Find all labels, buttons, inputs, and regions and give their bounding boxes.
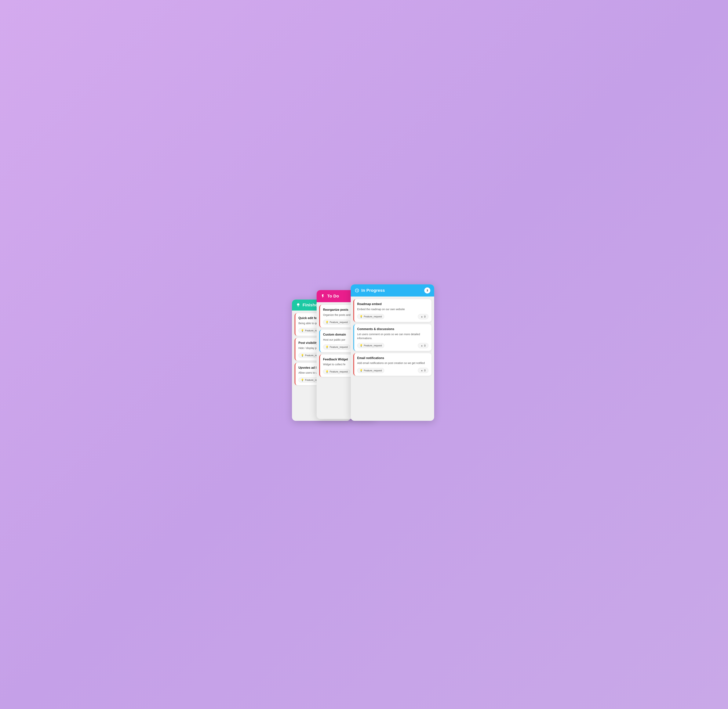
task-comments-footer: 💡 Feature_request ▲ 0: [357, 343, 428, 348]
feature-request-tag-ip-1[interactable]: 💡 Feature_request: [357, 343, 384, 348]
tag-lightbulb-icon-2: 💡: [301, 354, 304, 357]
tag-lightbulb-icon-ip-0: 💡: [360, 315, 363, 318]
vote-count-0: 0: [424, 315, 425, 318]
clock-icon: [355, 288, 360, 293]
inprogress-header: In Progress 3: [351, 284, 434, 296]
chevron-up-icon-0: ▲: [421, 315, 423, 318]
inprogress-header-left: In Progress: [355, 288, 385, 293]
task-roadmap-embed-desc: Embed the roadmap on our own website: [357, 307, 428, 311]
tag-lightbulb-icon-ip-1: 💡: [360, 344, 363, 347]
task-roadmap-embed-footer: 💡 Feature_request ▲ 0: [357, 314, 428, 319]
feature-request-tag-ip-2[interactable]: 💡 Feature_request: [357, 368, 384, 373]
tag-lightbulb-icon: 💡: [301, 329, 304, 332]
kanban-scene: Finished Quick edit feature Being able t…: [292, 284, 436, 425]
tag-lightbulb-icon-todo-2: 💡: [326, 370, 329, 373]
task-email-notifications: Email notifications Add email notificati…: [354, 353, 431, 376]
task-email-title: Email notifications: [357, 356, 428, 360]
chevron-up-icon-1: ▲: [421, 344, 423, 347]
tag-label-ip-0: Feature_request: [364, 315, 382, 318]
inprogress-title: In Progress: [361, 288, 385, 293]
feature-request-tag-todo-0[interactable]: 💡 Feature_request: [323, 319, 350, 325]
inprogress-body: Roadmap embed Embed the roadmap on our o…: [351, 296, 434, 378]
tag-lightbulb-icon-3: 💡: [301, 379, 304, 381]
tag-label-todo-0: Feature_request: [330, 321, 348, 324]
vote-count-1: 0: [424, 344, 425, 347]
feature-request-tag-todo-1[interactable]: 💡 Feature_request: [323, 344, 350, 350]
feature-request-tag-todo-2[interactable]: 💡 Feature_request: [323, 369, 350, 374]
chevron-up-icon-2: ▲: [421, 369, 423, 372]
task-comments: Comments & discussions Let users comment…: [354, 324, 431, 351]
tag-label-ip-2: Feature_request: [364, 369, 382, 372]
vote-count-2: 0: [424, 369, 425, 372]
task-roadmap-embed: Roadmap embed Embed the roadmap on our o…: [354, 299, 431, 322]
vote-button-2[interactable]: ▲ 0: [418, 368, 428, 373]
todo-header-left: To Do: [320, 294, 339, 299]
task-roadmap-embed-title: Roadmap embed: [357, 302, 428, 306]
lightning-icon: [320, 294, 325, 299]
vote-button-0[interactable]: ▲ 0: [418, 314, 428, 319]
todo-title: To Do: [327, 294, 339, 299]
tag-label-ip-1: Feature_request: [364, 344, 382, 347]
task-comments-title: Comments & discussions: [357, 327, 428, 331]
task-email-footer: 💡 Feature_request ▲ 0: [357, 368, 428, 373]
tag-lightbulb-icon-ip-2: 💡: [360, 369, 363, 372]
tag-lightbulb-icon-todo-1: 💡: [326, 346, 329, 349]
task-comments-desc: Let users comment on posts so we can mor…: [357, 332, 428, 340]
task-email-desc: Add email notifications on post creation…: [357, 361, 428, 365]
feature-request-tag-ip-0[interactable]: 💡 Feature_request: [357, 314, 384, 319]
tag-lightbulb-icon-todo-0: 💡: [326, 321, 329, 324]
inprogress-badge: 3: [424, 287, 430, 293]
tag-label-todo-2: Feature_request: [330, 370, 348, 373]
vote-button-1[interactable]: ▲ 0: [418, 343, 428, 348]
tag-label-todo-1: Feature_request: [330, 346, 348, 349]
lightbulb-icon: [296, 303, 301, 308]
inprogress-column: In Progress 3 Roadmap embed Embed the ro…: [351, 284, 434, 421]
